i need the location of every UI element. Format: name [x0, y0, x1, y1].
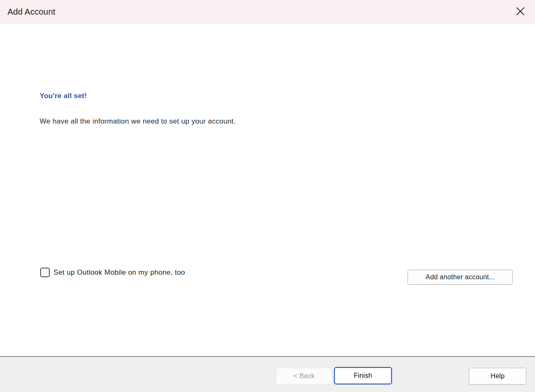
- confirmation-text: We have all the information we need to s…: [40, 117, 236, 126]
- close-icon: [515, 6, 526, 18]
- footer-bar: < Back Finish Help: [0, 356, 535, 392]
- page-title: You're all set!: [40, 92, 87, 100]
- add-another-account-button[interactable]: Add another account...: [408, 270, 513, 285]
- checkbox-label: Set up Outlook Mobile on my phone, too: [54, 268, 185, 277]
- content-area: You're all set! We have all the informat…: [0, 24, 535, 356]
- add-account-dialog: Add Account You're all set! We have all …: [0, 0, 535, 392]
- checkbox-icon[interactable]: [40, 268, 50, 277]
- back-button[interactable]: < Back: [276, 368, 332, 384]
- help-button[interactable]: Help: [469, 368, 526, 384]
- window-title: Add Account: [8, 7, 56, 17]
- setup-outlook-mobile-checkbox[interactable]: Set up Outlook Mobile on my phone, too: [40, 268, 185, 277]
- titlebar: Add Account: [0, 0, 535, 24]
- finish-button[interactable]: Finish: [334, 367, 392, 384]
- close-button[interactable]: [511, 0, 530, 24]
